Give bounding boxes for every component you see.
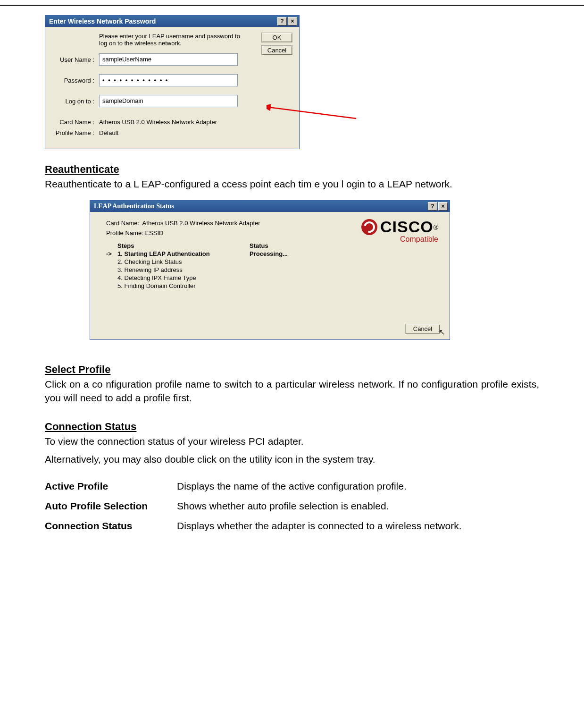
cardname-value: Atheros USB 2.0 Wireless Network Adapter	[99, 119, 217, 126]
step-item: 2. Checking Link Status	[106, 258, 250, 265]
cancel-button[interactable]: Cancel	[405, 324, 440, 334]
definition-term: Auto Profile Selection	[45, 500, 177, 512]
steps-header: Steps	[106, 242, 250, 249]
cancel-button[interactable]: Cancel	[261, 45, 292, 55]
reauthenticate-heading: Reauthenticate	[45, 163, 539, 176]
password-label: Password :	[52, 77, 99, 84]
definition-row: Auto Profile SelectionShows whether auto…	[45, 500, 539, 512]
definition-desc: Shows whether auto profile selection is …	[177, 500, 539, 512]
definition-row: Active ProfileDisplays the name of the a…	[45, 481, 539, 492]
step-status: Processing...	[250, 250, 288, 257]
help-button[interactable]: ?	[428, 202, 437, 211]
logon-input[interactable]: sampleDomain	[99, 95, 238, 107]
select-profile-body: Click on a co nfiguration profile name t…	[45, 378, 539, 405]
status-header: Status	[250, 242, 268, 249]
cisco-text: CISCO	[380, 218, 434, 236]
reauthenticate-body: Reauthenticate to a L EAP-configured a c…	[45, 178, 539, 191]
dialog2-titlebar: LEAP Authentication Status ? ×	[90, 201, 450, 212]
password-dialog: Enter Wireless Network Password ? × OK C…	[45, 15, 300, 149]
definition-term: Active Profile	[45, 481, 177, 492]
cisco-swirl-icon	[361, 219, 377, 235]
help-button[interactable]: ?	[277, 17, 287, 25]
profilename-label: Profile Name :	[52, 129, 99, 136]
card-label: Card Name:	[106, 220, 139, 227]
step-item: 3. Renewing IP address	[106, 266, 250, 273]
cursor-icon: ↖	[439, 328, 445, 337]
dialog-title: Enter Wireless Network Password	[49, 17, 156, 25]
connection-status-heading: Connection Status	[45, 421, 539, 433]
connection-status-body: To view the connection status of your wi…	[45, 435, 539, 448]
cisco-compatible: Compatible	[361, 235, 438, 244]
dialog-instruction: Please enter your LEAP username and pass…	[99, 33, 241, 47]
profile-value: ESSID	[145, 229, 163, 237]
definition-desc: Displays the name of the active configur…	[177, 481, 539, 492]
username-label: User Name :	[52, 56, 99, 63]
step-item: 4. Detecting IPX Frame Type	[106, 274, 250, 281]
username-input[interactable]: sampleUserName	[99, 53, 238, 66]
close-button[interactable]: ×	[438, 202, 448, 211]
dialog-titlebar: Enter Wireless Network Password ? ×	[45, 16, 299, 27]
card-value: Atheros USB 2.0 Wireless Network Adapter	[142, 220, 260, 227]
select-profile-heading: Select Profile	[45, 364, 539, 376]
close-button[interactable]: ×	[288, 17, 297, 25]
definition-term: Connection Status	[45, 520, 177, 532]
password-input[interactable]: • • • • • • • • • • • •	[99, 74, 238, 86]
red-arrow-icon	[267, 104, 361, 123]
definition-row: Connection StatusDisplays whether the ad…	[45, 520, 539, 532]
definition-desc: Displays whether the adapter is connecte…	[177, 520, 539, 532]
step-item: 1. Starting LEAP Authentication	[106, 250, 250, 257]
profile-label: Profile Name:	[106, 229, 143, 237]
svg-line-0	[268, 107, 356, 119]
connection-status-body2: Alternatively, you may also double click…	[45, 453, 539, 466]
logon-label: Log on to :	[52, 98, 99, 105]
cisco-logo: CISCO® Compatible	[361, 218, 438, 244]
dialog2-title: LEAP Authentication Status	[94, 203, 174, 210]
step-item: 5. Finding Domain Controller	[106, 282, 250, 289]
ok-button[interactable]: OK	[261, 33, 292, 42]
leap-status-dialog: LEAP Authentication Status ? × CISCO® Co…	[90, 200, 450, 340]
profilename-value: Default	[99, 129, 118, 136]
cardname-label: Card Name :	[52, 119, 99, 126]
